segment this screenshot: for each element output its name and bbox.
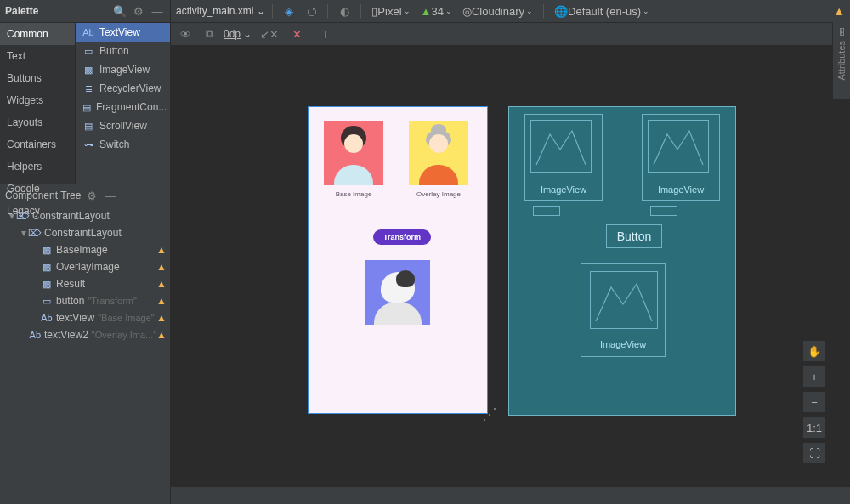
zoom-in-icon[interactable]: +: [802, 365, 826, 388]
blueprint-overlay-image[interactable]: ImageView: [642, 114, 720, 201]
conversion-icon[interactable]: ↙✕: [257, 25, 282, 42]
palette-item-label: ImageView: [99, 64, 150, 76]
palette-category-layouts[interactable]: Layouts: [0, 111, 75, 133]
tree-row-textview2[interactable]: AbtextView2"Overlay Ima..."▲: [0, 326, 170, 343]
design-surface[interactable]: Base Image Overlay Image Transform ⋰: [309, 107, 487, 413]
tree-row-baseimage[interactable]: ▩BaseImage▲: [0, 241, 170, 258]
locale-dropdown[interactable]: 🌐 Default (en-us)⌄: [551, 3, 653, 20]
minimize-icon[interactable]: —: [103, 188, 118, 203]
widget-icon: Ab: [82, 26, 94, 38]
minimize-icon[interactable]: —: [150, 3, 165, 19]
blueprint-caption1[interactable]: [533, 206, 560, 216]
blueprint-caption2[interactable]: [650, 206, 677, 216]
design-canvas[interactable]: Base Image Overlay Image Transform ⋰ Ima…: [171, 46, 850, 486]
palette-item-imageview[interactable]: ▩ImageView: [76, 60, 170, 79]
tree-row-constraintlayout[interactable]: ▾⌦ConstraintLayout: [0, 224, 170, 241]
guidelines-icon[interactable]: Ⅰ: [316, 25, 335, 42]
palette-item-button[interactable]: ▭Button: [76, 42, 170, 60]
blueprint-surface[interactable]: ImageView ImageView Button ImageView: [509, 107, 735, 415]
transform-button[interactable]: Transform: [373, 229, 431, 245]
theme-dropdown[interactable]: ◎ Cloudinary⌄: [459, 3, 536, 20]
device-dropdown[interactable]: ▯ Pixel⌄: [368, 3, 413, 20]
tree-row-button[interactable]: ▭button"Transform"▲: [0, 292, 170, 309]
palette-item-label: ScrollView: [99, 120, 147, 132]
widget-icon: ▩: [82, 64, 94, 76]
node-icon: Ab: [30, 329, 41, 341]
base-image-preview[interactable]: [324, 121, 383, 185]
node-label: ConstraintLayout: [44, 227, 122, 239]
palette-category-widgets[interactable]: Widgets: [0, 89, 75, 111]
blueprint-label: ImageView: [643, 184, 719, 195]
widget-icon: ▤: [82, 120, 94, 132]
zoom-out-icon[interactable]: −: [802, 391, 826, 413]
gear-icon[interactable]: ⚙: [84, 188, 99, 203]
node-label: button: [56, 295, 84, 307]
warning-icon[interactable]: ▲: [156, 329, 167, 341]
magnet-icon[interactable]: ⧉: [200, 25, 218, 42]
component-tree-title: Component Tree: [5, 190, 81, 201]
node-icon: ⌦: [17, 210, 29, 222]
default-margin[interactable]: 0dp ⌄: [224, 28, 252, 40]
surface-toggle-icon[interactable]: ◈: [280, 3, 298, 20]
widget-icon: ▤: [82, 101, 91, 113]
blueprint-label: ImageView: [581, 339, 665, 349]
node-label: textView2: [44, 329, 88, 341]
clear-constraints-icon[interactable]: ✕: [287, 25, 306, 42]
gear-icon[interactable]: ⚙: [131, 3, 146, 19]
resize-handle-icon[interactable]: ⋰: [482, 405, 497, 423]
node-hint: "Overlay Ima...": [92, 330, 156, 340]
warning-icon[interactable]: ▲: [156, 261, 167, 273]
warning-icon[interactable]: ▲: [156, 312, 167, 324]
status-bar: [171, 486, 850, 504]
night-mode-icon[interactable]: ◐: [335, 3, 354, 20]
tree-row-overlayimage[interactable]: ▩OverlayImage▲: [0, 258, 170, 275]
node-label: OverlayImage: [56, 261, 120, 273]
palette-item-label: RecyclerView: [99, 82, 161, 94]
search-icon[interactable]: 🔍: [112, 3, 128, 19]
palette-item-fragmentcon...[interactable]: ▤FragmentCon...: [76, 98, 170, 116]
blueprint-button[interactable]: Button: [606, 224, 662, 248]
node-label: ConstraintLayout: [32, 210, 110, 222]
palette-item-recyclerview[interactable]: ≣RecyclerView: [76, 79, 170, 98]
tree-row-textview[interactable]: AbtextView"Base Image"▲: [0, 309, 170, 326]
node-icon: ▭: [41, 295, 53, 307]
result-image-preview[interactable]: [366, 260, 430, 325]
eye-icon[interactable]: 👁: [176, 25, 195, 42]
palette-category-containers[interactable]: Containers: [0, 133, 75, 156]
palette-category-buttons[interactable]: Buttons: [0, 67, 75, 89]
api-dropdown[interactable]: ▲ 34⌄: [417, 3, 456, 20]
zoom-fit-icon[interactable]: 1:1: [802, 416, 826, 439]
tree-row-result[interactable]: ▩Result▲: [0, 275, 170, 292]
orientation-icon[interactable]: ⭯: [302, 3, 320, 20]
node-label: textView: [56, 312, 94, 324]
palette-item-label: FragmentCon...: [96, 101, 167, 113]
warning-icon[interactable]: ▲: [156, 244, 167, 256]
pan-icon[interactable]: ✋: [802, 340, 826, 362]
warning-icon[interactable]: ▲: [833, 4, 845, 18]
file-dropdown[interactable]: activity_main.xml ⌄: [176, 5, 265, 17]
blueprint-base-image[interactable]: ImageView: [524, 114, 603, 201]
chevron-down-icon: ⌄: [257, 5, 265, 17]
palette-item-label: Switch: [99, 139, 129, 150]
warning-icon[interactable]: ▲: [156, 278, 167, 290]
palette-item-scrollview[interactable]: ▤ScrollView: [76, 116, 170, 135]
palette-categories: CommonTextButtonsWidgetsLayoutsContainer…: [0, 23, 76, 184]
base-image-caption: Base Image: [324, 190, 383, 198]
warning-icon[interactable]: ▲: [156, 295, 167, 307]
zoom-reset-icon[interactable]: ⛶: [802, 442, 826, 464]
palette-item-textview[interactable]: AbTextView: [76, 23, 170, 42]
blueprint-result-image[interactable]: ImageView: [581, 263, 666, 357]
tree-row-constraintlayout[interactable]: ▾⌦ConstraintLayout: [0, 207, 170, 224]
palette-item-switch[interactable]: ⊶Switch: [76, 135, 170, 154]
tune-icon: 🎚: [836, 25, 847, 37]
attributes-tab[interactable]: 🎚 Attributes: [832, 22, 850, 99]
widget-icon: ⊶: [82, 139, 94, 150]
component-tree-header: Component Tree ⚙ —: [0, 184, 170, 207]
node-icon: ⌦: [29, 227, 41, 239]
overlay-image-preview[interactable]: [409, 121, 468, 185]
palette-category-common[interactable]: Common: [0, 23, 75, 45]
palette-category-helpers[interactable]: Helpers: [0, 156, 75, 178]
blueprint-label: ImageView: [525, 184, 602, 195]
palette-category-text[interactable]: Text: [0, 45, 75, 67]
file-name: activity_main.xml: [176, 5, 253, 17]
